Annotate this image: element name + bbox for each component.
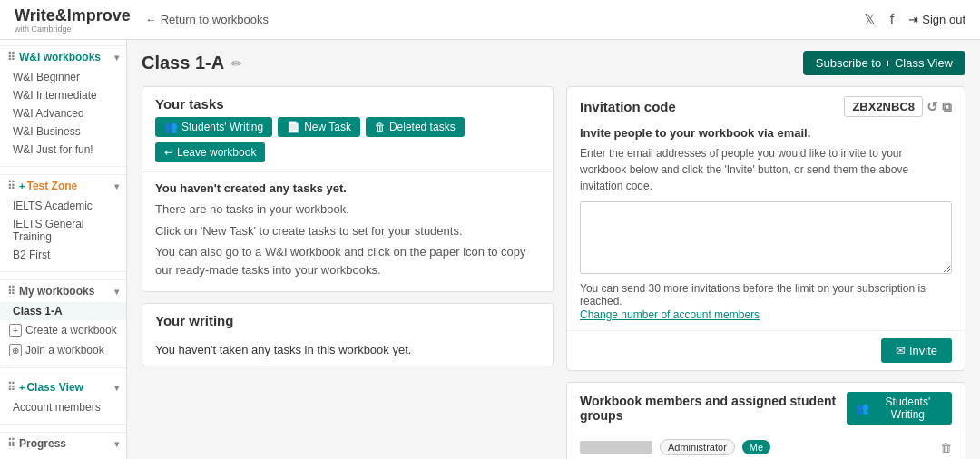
page-header: Class 1-A ✏ Subscribe to + Class View [142,51,965,75]
facebook-icon[interactable]: f [890,12,894,28]
students-writing-button[interactable]: 👥 Students' Writing [155,117,272,137]
sign-out-label: Sign out [922,13,965,26]
avatar [580,441,652,454]
test-header[interactable]: ⠿ + Test Zone ▾ [0,174,126,197]
copy-icon[interactable]: ⧉ [942,99,952,115]
members-students-label: Students' Writing [873,396,943,421]
sidebar-item-ielts-general[interactable]: IELTS General Training [0,215,126,246]
progress-label: Progress [19,437,66,450]
create-workbook-item[interactable]: + Create a workbook [0,320,126,340]
invitation-body: Invite people to your workbook via email… [567,126,965,330]
invitation-code-box: ZBX2NBC8 ↺ ⧉ [844,96,952,117]
subscribe-label: Subscribe to + Class View [816,56,953,70]
progress-header[interactable]: ⠿ Progress ▾ [0,432,126,454]
sidebar-item-wni-advanced[interactable]: W&I Advanced [0,104,126,122]
twitter-icon[interactable]: 𝕏 [864,11,876,28]
progress-section: ⠿ Progress ▾ [0,426,126,459]
sign-out-button[interactable]: ⇥ Sign out [908,13,965,26]
members-students-icon: 👥 [856,402,869,415]
members-title: Workbook members and assigned student gr… [580,394,847,423]
sidebar-item-wni-business[interactable]: W&I Business [0,122,126,141]
two-column-layout: Your tasks 👥 Students' Writing 📄 New Tas… [142,86,965,459]
subscribe-button[interactable]: Subscribe to + Class View [803,51,965,75]
admin-badge: Administrator [660,439,735,455]
right-column: Invitation code ZBX2NBC8 ↺ ⧉ Invite peop… [566,86,965,459]
logo: Write&Improvewith Cambridge [15,6,131,34]
change-members-link[interactable]: Change number of account members [580,308,760,321]
create-workbook-label: Create a workbook [25,324,117,337]
new-task-label: New Task [304,121,351,133]
sidebar-item-wni-intermediate[interactable]: W&I Intermediate [0,86,126,104]
delete-member-icon[interactable]: 🗑 [940,441,952,454]
invitation-footer: ✉ Invite [567,330,965,370]
writing-card-title: Your writing [142,304,553,334]
caret-icon: ▾ [114,53,119,63]
refresh-icon[interactable]: ↺ [926,99,938,115]
sidebar-item-b2-first[interactable]: B2 First [0,246,126,264]
back-link-label: Return to workbooks [161,13,269,26]
members-students-button[interactable]: 👥 Students' Writing [847,392,952,425]
page-title: Class 1-A [142,53,224,73]
main-content: Class 1-A ✏ Subscribe to + Class View Yo… [127,40,980,459]
me-badge: Me [742,440,770,454]
sidebar-item-wni-fun[interactable]: W&I Just for fun! [0,141,126,159]
sidebar-item-wni-beginner[interactable]: W&I Beginner [0,68,126,86]
grid-icon-wb: ⠿ [7,285,15,298]
writing-card: Your writing You haven't taken any tasks… [142,303,554,366]
invitation-code: ZBX2NBC8 [844,96,923,117]
new-task-icon: 📄 [287,121,300,133]
class-view-header[interactable]: ⠿ + Class View ▾ [0,376,126,398]
member-row: Administrator Me 🗑 [567,434,965,459]
students-writing-label: Students' Writing [181,121,263,133]
join-workbook-item[interactable]: ⊕ Join a workbook [0,340,126,360]
sidebar-item-class1a[interactable]: Class 1-A [0,302,126,320]
invitation-limit: You can send 30 more invitations before … [580,282,952,308]
task-desc-1: There are no tasks in your workbook. [155,200,540,219]
sign-out-icon: ⇥ [908,13,918,26]
members-card: Workbook members and assigned student gr… [566,382,965,459]
leave-workbook-button[interactable]: ↩ Leave workbook [155,142,265,162]
task-desc-2: Click on 'New Task' to create tasks to s… [155,222,540,240]
back-arrow-icon: ← [145,13,157,26]
wni-label: W&I workbooks [19,51,101,63]
leave-icon: ↩ [164,146,173,159]
test-section: ⠿ + Test Zone ▾ IELTS Academic IELTS Gen… [0,169,126,269]
deleted-tasks-label: Deleted tasks [389,121,456,133]
back-link[interactable]: ← Return to workbooks [145,13,269,26]
task-actions: 👥 Students' Writing 📄 New Task 🗑 Deleted… [142,117,553,171]
writing-empty-text: You haven't taken any tasks in this work… [155,343,411,356]
join-workbook-icon: ⊕ [9,344,22,356]
leave-workbook-label: Leave workbook [177,146,256,159]
create-workbook-icon: + [9,324,22,337]
deleted-tasks-button[interactable]: 🗑 Deleted tasks [366,117,465,137]
grid-icon-test: ⠿ [7,180,15,192]
members-header: Workbook members and assigned student gr… [567,383,965,434]
tasks-card-title: Your tasks [142,87,553,117]
invitation-email-input[interactable] [580,201,952,274]
plus-icon-cv: + [19,382,24,393]
top-bar: Write&Improvewith Cambridge ← Return to … [0,0,980,40]
grid-icon-cv: ⠿ [7,381,15,394]
plus-icon-test: + [19,181,24,191]
class-view-section: ⠿ + Class View ▾ Account members [0,370,126,422]
task-content: You haven't created any tasks yet. There… [142,171,553,291]
edit-icon[interactable]: ✏ [231,56,242,71]
wni-section: ⠿ W&I workbooks ▾ W&I Beginner W&I Inter… [0,40,126,164]
inv-code-icons: ↺ ⧉ [926,99,952,115]
new-task-button[interactable]: 📄 New Task [278,117,360,137]
left-column: Your tasks 👥 Students' Writing 📄 New Tas… [142,86,554,459]
task-desc-3: You can also go to a W&I workbook and cl… [155,243,540,278]
sidebar-item-ielts-academic[interactable]: IELTS Academic [0,197,126,215]
tasks-card: Your tasks 👥 Students' Writing 📄 New Tas… [142,86,554,292]
students-icon: 👥 [164,121,178,133]
my-workbooks-header[interactable]: ⠿ My workbooks ▾ [0,279,126,302]
writing-content: You haven't taken any tasks in this work… [142,334,553,366]
wni-header[interactable]: ⠿ W&I workbooks ▾ [0,45,126,68]
my-workbooks-label: My workbooks [19,285,94,298]
caret-cv: ▾ [114,383,119,393]
invite-btn-label: Invite [909,344,937,357]
invite-button[interactable]: ✉ Invite [881,338,952,363]
sidebar-item-account-members[interactable]: Account members [0,398,126,416]
invitation-desc: Enter the email addresses of people you … [580,145,952,194]
invitation-bold: Invite people to your workbook via email… [580,126,952,140]
